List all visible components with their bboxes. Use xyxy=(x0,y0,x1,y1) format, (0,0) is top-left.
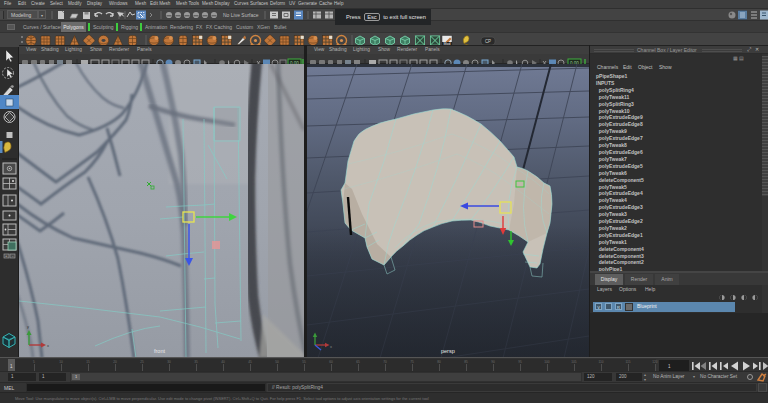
svg-text:65: 65 xyxy=(356,360,360,364)
svg-text:No Live Surface: No Live Surface xyxy=(223,12,259,18)
svg-text:CP: CP xyxy=(485,39,491,44)
svg-text:15: 15 xyxy=(86,360,90,364)
svg-text:5: 5 xyxy=(33,360,35,364)
svg-text:10: 10 xyxy=(59,360,63,364)
svg-text:105: 105 xyxy=(571,360,577,364)
svg-text:95: 95 xyxy=(518,360,522,364)
svg-text:50: 50 xyxy=(275,360,279,364)
svg-text:110: 110 xyxy=(598,360,603,364)
svg-text:persp: persp xyxy=(441,348,455,354)
svg-text:-: - xyxy=(12,254,14,258)
svg-text:x: x xyxy=(330,344,332,349)
svg-text:55: 55 xyxy=(302,360,306,364)
svg-text:30: 30 xyxy=(167,360,171,364)
svg-text:front: front xyxy=(154,348,165,354)
svg-text:70: 70 xyxy=(383,360,387,364)
svg-text:45: 45 xyxy=(248,360,252,364)
svg-text:115: 115 xyxy=(625,360,630,364)
svg-text:40: 40 xyxy=(221,360,225,364)
svg-text:20: 20 xyxy=(113,360,117,364)
svg-text:80: 80 xyxy=(437,360,441,364)
svg-text:y: y xyxy=(27,324,29,329)
svg-text:90: 90 xyxy=(491,360,495,364)
svg-text:x: x xyxy=(47,343,49,348)
svg-text:25: 25 xyxy=(140,360,144,364)
svg-text:75: 75 xyxy=(410,360,414,364)
svg-text:35: 35 xyxy=(194,360,198,364)
svg-text:100: 100 xyxy=(544,360,550,364)
svg-text:120: 120 xyxy=(652,360,658,364)
svg-text:60: 60 xyxy=(329,360,333,364)
svg-text:85: 85 xyxy=(464,360,468,364)
